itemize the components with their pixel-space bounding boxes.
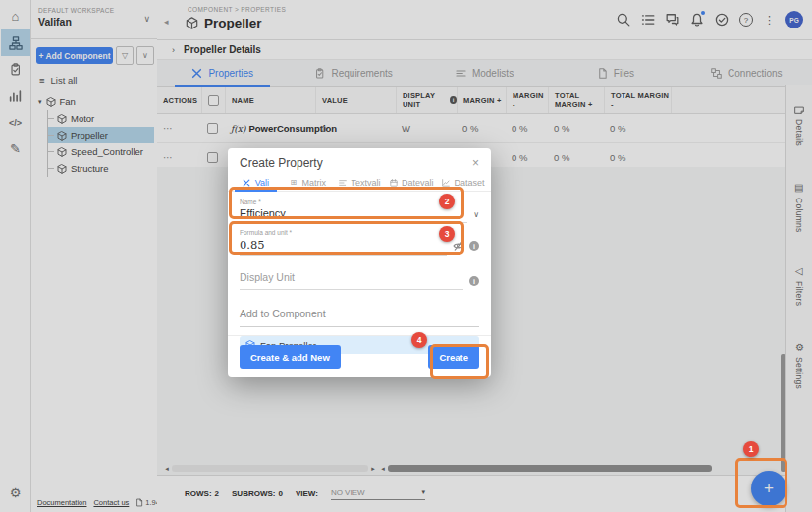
modal-tab-label: Dataset bbox=[455, 178, 485, 188]
modal-tab-label: Datevali bbox=[402, 178, 434, 188]
add-to-component-field[interactable]: Add to Component bbox=[240, 304, 479, 327]
info-icon[interactable]: i bbox=[469, 276, 479, 286]
modal-header: Create Property × bbox=[228, 148, 491, 174]
close-icon[interactable]: × bbox=[472, 156, 479, 170]
display-unit-field[interactable]: Display Unit i bbox=[240, 267, 479, 290]
modal-tab-label: Matrix bbox=[301, 178, 326, 188]
chart-icon bbox=[442, 178, 451, 187]
annotation-box-fab bbox=[735, 458, 787, 508]
modal-title: Create Property bbox=[240, 156, 323, 170]
text-lines-icon bbox=[338, 178, 347, 187]
display-unit-placeholder: Display Unit bbox=[240, 271, 295, 283]
annotation-box-create-button bbox=[430, 344, 489, 379]
info-icon[interactable]: i bbox=[469, 241, 479, 251]
annotation-step-4: 4 bbox=[411, 332, 427, 348]
vali-x-icon bbox=[243, 178, 251, 187]
add-to-component-label: Add to Component bbox=[240, 308, 326, 319]
modal-tab-label: Textvali bbox=[351, 178, 380, 188]
modal-tab-label: Vali bbox=[255, 178, 269, 188]
chevron-down-icon[interactable]: ∨ bbox=[473, 210, 479, 219]
annotation-box-formula-field bbox=[229, 221, 464, 255]
grid-icon: ⊞ bbox=[289, 178, 298, 187]
create-add-new-button[interactable]: Create & add New bbox=[240, 345, 341, 369]
annotation-box-name-field bbox=[229, 187, 464, 219]
calendar-icon bbox=[389, 178, 398, 187]
annotation-step-1: 1 bbox=[743, 441, 759, 457]
annotation-step-3: 3 bbox=[439, 226, 455, 242]
annotation-step-2: 2 bbox=[439, 194, 455, 209]
app-window: ⌂ </> ✎ ⚙ DEFAULT WORKSPACE Valifan ∨ + … bbox=[0, 0, 812, 512]
